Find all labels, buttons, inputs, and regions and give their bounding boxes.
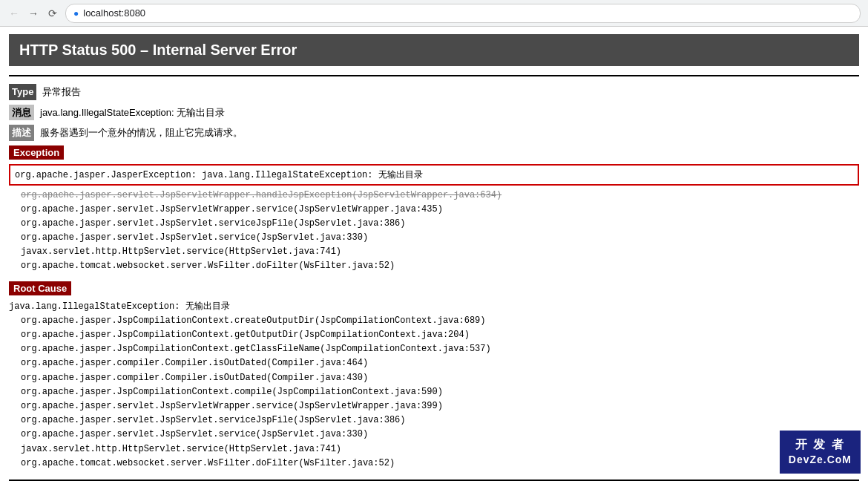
type-value: 异常报告 [42, 85, 81, 99]
type-label: Type [9, 84, 36, 100]
forward-button[interactable]: → [27, 7, 40, 20]
lock-icon: ● [73, 8, 79, 19]
desc-label: 描述 [9, 125, 34, 141]
rc-stack-line-8: org.apache.jasper.servlet.JspServlet.ser… [21, 428, 859, 442]
stack-line-4: javax.servlet.http.HttpServlet.service(H… [21, 245, 859, 259]
stack-line-2: org.apache.jasper.servlet.JspServlet.ser… [21, 217, 859, 231]
stack-line-3: org.apache.jasper.servlet.JspServlet.ser… [21, 231, 859, 245]
watermark-line2: DevZe.CoM [789, 453, 852, 468]
watermark: 开 发 者 DevZe.CoM [780, 431, 861, 474]
message-row: 消息 java.lang.IllegalStateException: 无输出目… [9, 105, 859, 121]
root-cause-stack: org.apache.jasper.JspCompilationContext.… [9, 314, 859, 471]
root-cause-section: Root Cause java.lang.IllegalStateExcepti… [9, 274, 859, 471]
exception-section: Exception org.apache.jasper.JasperExcept… [9, 145, 859, 274]
root-cause-header: Root Cause [9, 281, 71, 295]
rc-stack-line-5: org.apache.jasper.JspCompilationContext.… [21, 385, 859, 399]
rc-stack-line-10: org.apache.tomcat.websocket.server.WsFil… [21, 457, 859, 471]
refresh-button[interactable]: ⟳ [46, 7, 59, 20]
address-bar[interactable]: ● localhost:8080 [65, 4, 861, 23]
exception-stack: org.apache.jasper.servlet.JspServletWrap… [9, 189, 859, 274]
root-cause-main: java.lang.IllegalStateException: 无输出目录 [9, 300, 859, 314]
rc-stack-line-9: javax.servlet.http.HttpServlet.service(H… [21, 442, 859, 457]
back-button[interactable]: ← [7, 7, 21, 20]
top-divider [9, 75, 859, 76]
info-value: java.lang.IllegalStateException: 无输出目录 [40, 105, 225, 120]
stack-line-0: org.apache.jasper.servlet.JspServletWrap… [21, 189, 859, 203]
stack-line-5: org.apache.tomcat.websocket.server.WsFil… [21, 259, 859, 273]
rc-stack-line-1: org.apache.jasper.JspCompilationContext.… [21, 328, 859, 342]
type-row: Type 异常报告 [9, 84, 859, 100]
url-text: localhost:8080 [83, 7, 145, 19]
error-title: HTTP Status 500 – Internal Server Error [9, 34, 859, 66]
desc-row: 描述 服务器遇到一个意外的情况，阻止它完成请求。 [9, 125, 859, 141]
rc-stack-line-7: org.apache.jasper.servlet.JspServlet.ser… [21, 413, 859, 428]
exception-header: Exception [9, 145, 64, 160]
exception-main: org.apache.jasper.JasperException: java.… [9, 164, 859, 186]
info-label: 消息 [9, 105, 34, 121]
stack-line-1: org.apache.jasper.servlet.JspServletWrap… [21, 203, 859, 217]
rc-stack-line-6: org.apache.jasper.servlet.JspServletWrap… [21, 399, 859, 413]
rc-stack-line-4: org.apache.jasper.compiler.Compiler.isOu… [21, 371, 859, 385]
browser-chrome: ← → ⟳ ● localhost:8080 [0, 0, 868, 27]
rc-stack-line-0: org.apache.jasper.JspCompilationContext.… [21, 314, 859, 328]
desc-value: 服务器遇到一个意外的情况，阻止它完成请求。 [40, 125, 243, 140]
rc-stack-line-3: org.apache.jasper.compiler.Compiler.isOu… [21, 356, 859, 370]
error-page: HTTP Status 500 – Internal Server Error … [0, 27, 868, 481]
watermark-line1: 开 发 者 [789, 436, 852, 453]
rc-stack-line-2: org.apache.jasper.JspCompilationContext.… [21, 342, 859, 356]
